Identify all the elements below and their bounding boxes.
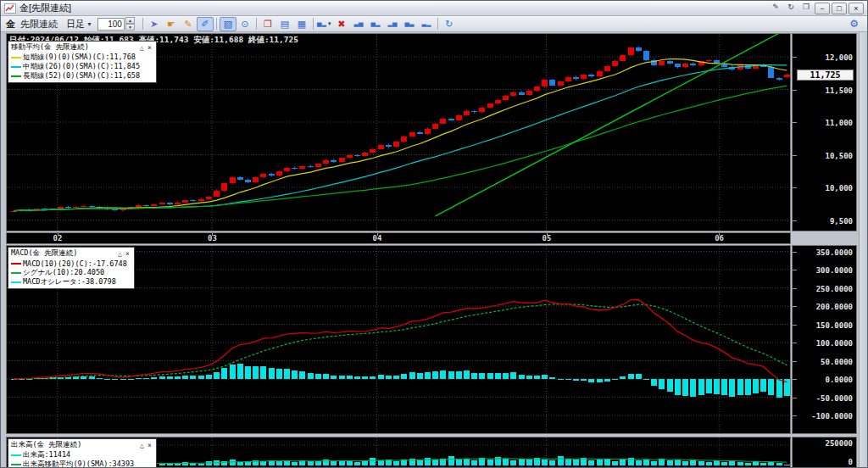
macd-legend-rows: MACD(10)(20)(C):-17.6748シグナル(10):20.4050… (11, 259, 131, 287)
reload-chart-icon: ↻ (445, 19, 453, 30)
pan-hand-icon: ☛ (167, 19, 175, 30)
crosshair-mode-icon: ▧ (224, 19, 232, 30)
pan-hand-button[interactable]: ☛ (163, 17, 180, 31)
legend-close-button[interactable]: × (146, 44, 153, 52)
reload-chart-button[interactable]: ↻ (441, 17, 458, 31)
maximize-button[interactable]: □ (832, 3, 847, 14)
contract-label: 先限連続 (20, 18, 58, 31)
macd-axis-label: 350.0000 (816, 248, 853, 257)
chart-type-icon: ▅▂ (317, 20, 326, 27)
price-axis: 11,725 12,00011,50011,00010,50010,0009,5… (792, 33, 857, 231)
chart-client-area: 日付:2024/06/12 始値:11,683 高値:11,743 安値:11,… (1, 32, 868, 468)
macd-axis-label: -50.0000 (816, 394, 853, 403)
remove-indicator-button[interactable]: ✖ (333, 17, 350, 31)
legend-line-marker (11, 263, 21, 265)
macd-histogram (11, 364, 790, 398)
layout-rows-button[interactable]: ▤ (276, 17, 293, 31)
pencil-draw-icon: ✎ (184, 19, 192, 30)
axis-tick (793, 343, 797, 343)
axis-tick (793, 379, 797, 380)
spin-down-button[interactable]: ▼ (125, 24, 135, 31)
legend-row: MACDオシレータ:-38.0798 (11, 277, 131, 287)
legend-collapse-button[interactable]: △ (138, 44, 146, 52)
select-cursor-icon: ➤ (150, 19, 158, 30)
pencil-draw-button[interactable]: ✎ (180, 17, 197, 31)
volume-axis-label: 0 (849, 458, 853, 466)
price-axis-label: 10,500 (825, 152, 853, 160)
symbol-label: 金 (6, 18, 15, 31)
sync-icon[interactable]: ↻ (784, 3, 798, 14)
bar-count-input[interactable]: 100 (97, 18, 125, 31)
spin-up-button[interactable]: ▲ (125, 17, 135, 24)
select-cursor-button[interactable]: ➤ (146, 17, 163, 31)
indicator-slot-3-button[interactable]: ▂▅ (384, 17, 401, 31)
indicator-slot-5-icon: ▃▂ (422, 20, 431, 27)
indicator-slot-5-button[interactable]: ▃▂ (418, 17, 435, 31)
popout-icon[interactable]: ❐ (799, 3, 813, 14)
candlestick-plot[interactable]: 日付:2024/06/12 始値:11,683 高値:11,743 安値:11,… (6, 33, 791, 231)
macd-plot[interactable]: MACD(金 先限連続) △ × MACD(10)(20)(C):-17.674… (6, 245, 791, 434)
volume-legend-rows: 出来高:11414出来高移動平均(9)(SMA):34393 (11, 450, 153, 468)
legend-row-label: 出来高移動平均(9)(SMA):34393 (23, 460, 134, 468)
minimize-button[interactable]: − (815, 3, 830, 14)
crosshair-mode-button[interactable]: ▧ (220, 17, 236, 31)
volume-plot[interactable]: 出来高(金 先限連続) △ × 出来高:11414出来高移動平均(9)(SMA)… (6, 437, 791, 468)
axis-tick (793, 361, 797, 362)
legend-line-marker (11, 66, 21, 68)
volume-legend-title: 出来高(金 先限連続) (11, 440, 138, 450)
volume-panel: 出来高(金 先限連続) △ × 出来高:11414出来高移動平均(9)(SMA)… (6, 437, 857, 468)
layout-grid-button[interactable]: ▦ (293, 17, 310, 31)
macd-axis-label: 0.0000 (825, 376, 853, 384)
indicator-slot-3-icon: ▂▅ (388, 20, 398, 27)
toolbar-separator (142, 18, 143, 30)
macd-panel: MACD(金 先限連続) △ × MACD(10)(20)(C):-17.674… (6, 245, 857, 434)
ma-legend-title: 移動平均(金 先限連続) (11, 42, 138, 53)
axis-tick (793, 57, 797, 58)
x-axis-tick (719, 233, 720, 236)
axis-tick (793, 122, 797, 123)
macd-axis-label: -100.0000 (811, 412, 853, 421)
line-draw-button[interactable]: ✐ (197, 17, 214, 31)
legend-collapse-button[interactable]: △ (138, 442, 146, 449)
axis-tick (793, 398, 797, 398)
zoom-mode-button[interactable]: ⊙ (236, 17, 253, 31)
axis-tick (793, 252, 797, 253)
x-axis-tick (58, 233, 58, 236)
indicator-slot-2-button[interactable]: ▅▂ (367, 17, 384, 31)
toolbar-separator (256, 18, 257, 30)
period-dropdown-arrow-icon[interactable]: ▼ (86, 21, 92, 27)
legend-close-button[interactable]: × (146, 442, 153, 449)
title-bar[interactable]: 金[先限連続] ✎↻❐ − □ × (1, 1, 867, 16)
indicator-slot-2-icon: ▅▂ (371, 20, 381, 27)
new-chart-window-button[interactable]: ❐ (259, 17, 276, 31)
ma-legend-rows: 短期線(9)(0)(SMA)(C):11,768中期線(26)(0)(SMA)(… (11, 53, 153, 81)
toolbar-separator (437, 18, 438, 30)
macd-axis: 350.0000300.0000250.0000200.0000150.0000… (792, 245, 857, 434)
layout-grid-icon: ▦ (298, 19, 306, 30)
annotate-icon[interactable]: ✎ (769, 3, 782, 14)
axis-tick (793, 90, 797, 91)
chart-window: 金[先限連続] ✎↻❐ − □ × 金 先限連続 日足 ▼ 100 ▲ ▼ ➤☛… (0, 0, 868, 468)
wrench-settings-button[interactable]: ⚙ (849, 18, 859, 30)
new-chart-window-icon: ❐ (264, 19, 272, 30)
indicator-slot-1-button[interactable]: ▃▅ (350, 17, 367, 31)
indicator-slot-4-button[interactable]: ▅▃ (401, 17, 418, 31)
close-button[interactable]: × (849, 3, 864, 14)
date-axis: 0203040506 (6, 232, 791, 244)
sma-26-line (14, 65, 787, 211)
x-axis-tick (377, 233, 378, 236)
titlebar-tool-icons: ✎↻❐ (767, 3, 813, 14)
legend-collapse-button[interactable]: △ (116, 250, 124, 258)
legend-row: 短期線(9)(0)(SMA)(C):11,768 (11, 53, 153, 62)
axis-tick (793, 270, 797, 270)
layout-rows-icon: ▤ (281, 19, 289, 30)
indicator-slot-1-icon: ▃▅ (354, 20, 364, 27)
axis-tick (793, 220, 797, 221)
legend-close-button[interactable]: × (124, 250, 131, 258)
chart-type-button[interactable]: ▅▂▼ (316, 17, 333, 31)
period-select[interactable]: 日足 (66, 18, 85, 31)
legend-row-label: MACD(10)(20)(C):-17.6748 (23, 259, 127, 268)
app-icon (4, 3, 16, 14)
legend-line-marker (11, 281, 21, 283)
volume-legend: 出来高(金 先限連続) △ × 出来高:11414出来高移動平均(9)(SMA)… (8, 438, 157, 468)
